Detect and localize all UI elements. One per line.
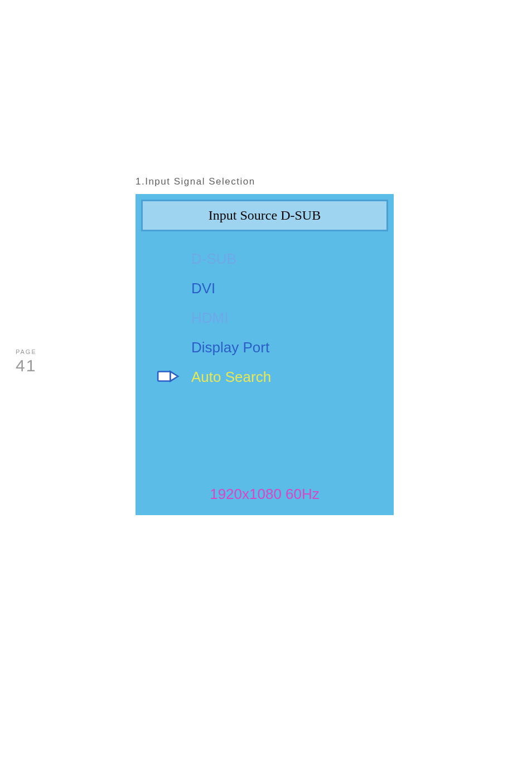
option-autosearch[interactable]: Auto Search [191, 369, 391, 386]
osd-header-value: D-SUB [280, 208, 321, 222]
option-dvi[interactable]: DVI [191, 280, 391, 297]
option-autosearch-label: Auto Search [191, 369, 271, 385]
osd-menu: Input Source D-SUB D-SUB DVI HDMI Displa… [136, 194, 394, 515]
resolution-status: 1920x1080 60Hz [138, 486, 391, 503]
section-heading: 1.Input Signal Selection [136, 176, 255, 187]
option-dsub[interactable]: D-SUB [191, 250, 391, 268]
option-hdmi[interactable]: HDMI [191, 309, 391, 327]
svg-rect-0 [158, 371, 170, 381]
page-label-text: PAGE [16, 348, 37, 355]
pointer-icon [157, 370, 180, 383]
page-number: 41 [16, 356, 37, 375]
osd-header-prefix: Input Source [209, 208, 280, 222]
page-indicator: PAGE 41 [16, 348, 37, 375]
osd-header: Input Source D-SUB [141, 200, 388, 231]
option-displayport[interactable]: Display Port [191, 339, 391, 356]
osd-options-list: D-SUB DVI HDMI Display Port Auto Search [138, 235, 391, 386]
